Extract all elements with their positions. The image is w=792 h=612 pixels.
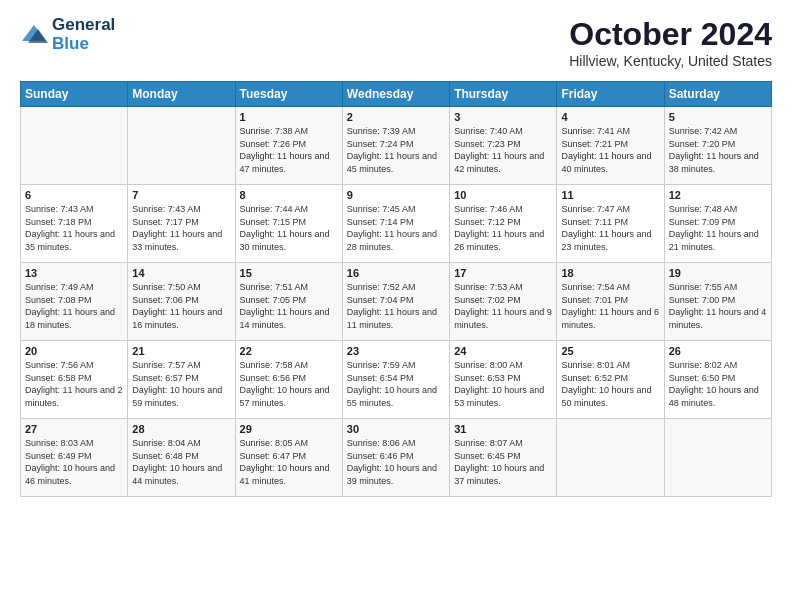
day-number: 10: [454, 189, 552, 201]
day-info: Sunrise: 7:50 AMSunset: 7:06 PMDaylight:…: [132, 281, 230, 331]
col-wednesday: Wednesday: [342, 82, 449, 107]
day-number: 21: [132, 345, 230, 357]
day-number: 2: [347, 111, 445, 123]
page-container: General Blue October 2024 Hillview, Kent…: [0, 0, 792, 507]
day-number: 19: [669, 267, 767, 279]
logo: General Blue: [20, 16, 115, 53]
day-number: 20: [25, 345, 123, 357]
day-info: Sunrise: 7:41 AMSunset: 7:21 PMDaylight:…: [561, 125, 659, 175]
day-number: 5: [669, 111, 767, 123]
calendar-cell: 31Sunrise: 8:07 AMSunset: 6:45 PMDayligh…: [450, 419, 557, 497]
day-info: Sunrise: 7:56 AMSunset: 6:58 PMDaylight:…: [25, 359, 123, 409]
day-info: Sunrise: 7:57 AMSunset: 6:57 PMDaylight:…: [132, 359, 230, 409]
day-info: Sunrise: 8:06 AMSunset: 6:46 PMDaylight:…: [347, 437, 445, 487]
calendar-cell: 22Sunrise: 7:58 AMSunset: 6:56 PMDayligh…: [235, 341, 342, 419]
logo-icon: [20, 21, 48, 49]
calendar-cell: 11Sunrise: 7:47 AMSunset: 7:11 PMDayligh…: [557, 185, 664, 263]
calendar-cell: 29Sunrise: 8:05 AMSunset: 6:47 PMDayligh…: [235, 419, 342, 497]
col-tuesday: Tuesday: [235, 82, 342, 107]
day-number: 27: [25, 423, 123, 435]
calendar-week-4: 20Sunrise: 7:56 AMSunset: 6:58 PMDayligh…: [21, 341, 772, 419]
day-info: Sunrise: 7:39 AMSunset: 7:24 PMDaylight:…: [347, 125, 445, 175]
calendar-week-2: 6Sunrise: 7:43 AMSunset: 7:18 PMDaylight…: [21, 185, 772, 263]
calendar-cell: 6Sunrise: 7:43 AMSunset: 7:18 PMDaylight…: [21, 185, 128, 263]
day-info: Sunrise: 7:52 AMSunset: 7:04 PMDaylight:…: [347, 281, 445, 331]
day-number: 24: [454, 345, 552, 357]
day-info: Sunrise: 7:59 AMSunset: 6:54 PMDaylight:…: [347, 359, 445, 409]
calendar-week-5: 27Sunrise: 8:03 AMSunset: 6:49 PMDayligh…: [21, 419, 772, 497]
day-info: Sunrise: 7:43 AMSunset: 7:17 PMDaylight:…: [132, 203, 230, 253]
day-info: Sunrise: 7:48 AMSunset: 7:09 PMDaylight:…: [669, 203, 767, 253]
col-sunday: Sunday: [21, 82, 128, 107]
day-info: Sunrise: 7:46 AMSunset: 7:12 PMDaylight:…: [454, 203, 552, 253]
calendar-cell: 28Sunrise: 8:04 AMSunset: 6:48 PMDayligh…: [128, 419, 235, 497]
day-number: 25: [561, 345, 659, 357]
day-info: Sunrise: 7:54 AMSunset: 7:01 PMDaylight:…: [561, 281, 659, 331]
subtitle: Hillview, Kentucky, United States: [569, 53, 772, 69]
calendar-cell: 24Sunrise: 8:00 AMSunset: 6:53 PMDayligh…: [450, 341, 557, 419]
day-number: 28: [132, 423, 230, 435]
calendar-cell: 14Sunrise: 7:50 AMSunset: 7:06 PMDayligh…: [128, 263, 235, 341]
calendar-cell: [128, 107, 235, 185]
day-info: Sunrise: 7:58 AMSunset: 6:56 PMDaylight:…: [240, 359, 338, 409]
day-number: 18: [561, 267, 659, 279]
col-thursday: Thursday: [450, 82, 557, 107]
day-info: Sunrise: 8:04 AMSunset: 6:48 PMDaylight:…: [132, 437, 230, 487]
calendar-cell: 23Sunrise: 7:59 AMSunset: 6:54 PMDayligh…: [342, 341, 449, 419]
calendar-cell: 21Sunrise: 7:57 AMSunset: 6:57 PMDayligh…: [128, 341, 235, 419]
day-number: 11: [561, 189, 659, 201]
calendar-cell: 15Sunrise: 7:51 AMSunset: 7:05 PMDayligh…: [235, 263, 342, 341]
day-number: 31: [454, 423, 552, 435]
logo-text: General Blue: [52, 16, 115, 53]
calendar-week-1: 1Sunrise: 7:38 AMSunset: 7:26 PMDaylight…: [21, 107, 772, 185]
calendar-cell: 1Sunrise: 7:38 AMSunset: 7:26 PMDaylight…: [235, 107, 342, 185]
day-info: Sunrise: 7:44 AMSunset: 7:15 PMDaylight:…: [240, 203, 338, 253]
calendar-cell: 13Sunrise: 7:49 AMSunset: 7:08 PMDayligh…: [21, 263, 128, 341]
day-number: 23: [347, 345, 445, 357]
month-title: October 2024: [569, 16, 772, 53]
day-number: 12: [669, 189, 767, 201]
day-info: Sunrise: 8:01 AMSunset: 6:52 PMDaylight:…: [561, 359, 659, 409]
title-block: October 2024 Hillview, Kentucky, United …: [569, 16, 772, 69]
calendar-cell: [21, 107, 128, 185]
calendar-cell: 16Sunrise: 7:52 AMSunset: 7:04 PMDayligh…: [342, 263, 449, 341]
calendar-cell: 20Sunrise: 7:56 AMSunset: 6:58 PMDayligh…: [21, 341, 128, 419]
day-info: Sunrise: 8:02 AMSunset: 6:50 PMDaylight:…: [669, 359, 767, 409]
day-info: Sunrise: 7:49 AMSunset: 7:08 PMDaylight:…: [25, 281, 123, 331]
day-info: Sunrise: 7:42 AMSunset: 7:20 PMDaylight:…: [669, 125, 767, 175]
day-number: 8: [240, 189, 338, 201]
day-number: 3: [454, 111, 552, 123]
day-info: Sunrise: 7:45 AMSunset: 7:14 PMDaylight:…: [347, 203, 445, 253]
col-saturday: Saturday: [664, 82, 771, 107]
day-number: 6: [25, 189, 123, 201]
calendar-cell: 9Sunrise: 7:45 AMSunset: 7:14 PMDaylight…: [342, 185, 449, 263]
day-number: 17: [454, 267, 552, 279]
day-info: Sunrise: 8:05 AMSunset: 6:47 PMDaylight:…: [240, 437, 338, 487]
calendar-cell: 12Sunrise: 7:48 AMSunset: 7:09 PMDayligh…: [664, 185, 771, 263]
day-number: 22: [240, 345, 338, 357]
day-number: 15: [240, 267, 338, 279]
calendar-cell: [664, 419, 771, 497]
calendar-cell: 19Sunrise: 7:55 AMSunset: 7:00 PMDayligh…: [664, 263, 771, 341]
day-number: 1: [240, 111, 338, 123]
day-number: 30: [347, 423, 445, 435]
day-number: 13: [25, 267, 123, 279]
col-friday: Friday: [557, 82, 664, 107]
calendar-cell: 18Sunrise: 7:54 AMSunset: 7:01 PMDayligh…: [557, 263, 664, 341]
day-number: 29: [240, 423, 338, 435]
calendar-cell: [557, 419, 664, 497]
calendar-cell: 25Sunrise: 8:01 AMSunset: 6:52 PMDayligh…: [557, 341, 664, 419]
day-number: 4: [561, 111, 659, 123]
calendar-table: Sunday Monday Tuesday Wednesday Thursday…: [20, 81, 772, 497]
calendar-cell: 27Sunrise: 8:03 AMSunset: 6:49 PMDayligh…: [21, 419, 128, 497]
day-info: Sunrise: 7:53 AMSunset: 7:02 PMDaylight:…: [454, 281, 552, 331]
day-info: Sunrise: 7:38 AMSunset: 7:26 PMDaylight:…: [240, 125, 338, 175]
calendar-cell: 5Sunrise: 7:42 AMSunset: 7:20 PMDaylight…: [664, 107, 771, 185]
day-info: Sunrise: 8:00 AMSunset: 6:53 PMDaylight:…: [454, 359, 552, 409]
day-info: Sunrise: 8:07 AMSunset: 6:45 PMDaylight:…: [454, 437, 552, 487]
calendar-cell: 8Sunrise: 7:44 AMSunset: 7:15 PMDaylight…: [235, 185, 342, 263]
day-number: 7: [132, 189, 230, 201]
day-info: Sunrise: 7:40 AMSunset: 7:23 PMDaylight:…: [454, 125, 552, 175]
day-info: Sunrise: 7:43 AMSunset: 7:18 PMDaylight:…: [25, 203, 123, 253]
calendar-cell: 4Sunrise: 7:41 AMSunset: 7:21 PMDaylight…: [557, 107, 664, 185]
